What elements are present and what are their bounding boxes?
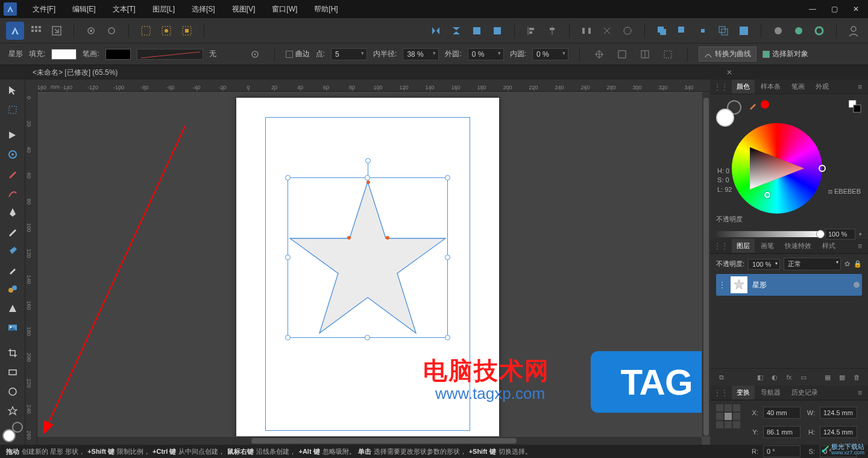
layer-adj-icon[interactable]: ◐: [769, 372, 780, 382]
sat-light-handle[interactable]: [764, 192, 770, 198]
inner-circle-dropdown[interactable]: 0 %: [532, 48, 568, 60]
brush-tool-icon[interactable]: [4, 185, 22, 202]
vertical-scrollbar[interactable]: [702, 92, 710, 436]
ruler-horizontal[interactable]: mm -180-160-140-120-100-80-60-40-2002040…: [37, 80, 710, 92]
tab-color[interactable]: 颜色: [732, 80, 755, 94]
crop-tool-icon[interactable]: [4, 345, 22, 361]
ruler-corner[interactable]: [25, 80, 37, 92]
vertical-scrollbar-thumb[interactable]: [703, 98, 709, 436]
select-new-checkbox[interactable]: 选择新对象: [763, 49, 808, 59]
paint-tool-icon[interactable]: [4, 243, 22, 259]
selection-handle-e[interactable]: [445, 255, 450, 260]
menu-layer[interactable]: 图层[L]: [144, 1, 183, 18]
boolean-div-icon[interactable]: [735, 22, 752, 39]
layer-fx-icon[interactable]: fx: [784, 372, 794, 382]
opacity-slider-handle[interactable]: [816, 230, 825, 238]
tab-history[interactable]: 历史记录: [787, 386, 823, 399]
selection-handle-n[interactable]: [365, 175, 370, 180]
fill-swatch[interactable]: [51, 49, 77, 60]
gear-icon[interactable]: [83, 22, 99, 39]
selection-handle-w[interactable]: [285, 255, 291, 260]
pen-tool-icon[interactable]: [4, 204, 22, 221]
selection-handle-sw[interactable]: [285, 335, 291, 340]
tab-brushes[interactable]: 画笔: [756, 239, 779, 253]
place-tool-icon[interactable]: [4, 319, 22, 336]
flip-h-icon[interactable]: [427, 22, 444, 39]
document-tab-close-icon[interactable]: ✕: [726, 68, 732, 77]
gear2-icon[interactable]: [103, 22, 120, 39]
menu-edit[interactable]: 编辑[E]: [64, 1, 104, 18]
hue-handle[interactable]: [819, 165, 826, 172]
star-node-top[interactable]: [366, 180, 370, 184]
horizontal-scrollbar[interactable]: [37, 437, 702, 445]
boolean-add-icon[interactable]: [653, 22, 670, 39]
points-dropdown[interactable]: 5: [331, 48, 367, 60]
anchor-selector[interactable]: [716, 404, 740, 428]
star-node-inner-left[interactable]: [347, 236, 351, 240]
grid-icon[interactable]: [28, 22, 45, 39]
align-center-icon[interactable]: [544, 22, 561, 39]
layer-lock-icon[interactable]: 🔒: [854, 260, 862, 268]
transform-y-input[interactable]: [763, 426, 800, 438]
layer-folder-icon[interactable]: ▭: [798, 372, 809, 382]
layer-add-icon[interactable]: ▦: [822, 372, 833, 382]
tab-transform[interactable]: 变换: [732, 386, 755, 399]
flip-v-icon[interactable]: [448, 22, 465, 39]
snap-icon[interactable]: [599, 22, 615, 39]
account-icon[interactable]: [845, 22, 862, 39]
move-tool-icon[interactable]: [4, 82, 22, 99]
transform-w-input[interactable]: [820, 407, 857, 419]
snap-bounds-icon[interactable]: [614, 46, 631, 63]
snap-origin-icon[interactable]: [591, 46, 608, 63]
hsl-triangle[interactable]: [744, 135, 810, 202]
maximize-button[interactable]: ▢: [826, 2, 843, 16]
document-tab[interactable]: <未命名> [已修改] (65.5%): [27, 65, 124, 80]
layer-visibility-icon[interactable]: [854, 282, 860, 288]
fill-tool-icon[interactable]: [4, 281, 22, 298]
snap-key-icon[interactable]: [637, 46, 653, 63]
transform-x-input[interactable]: [763, 407, 800, 419]
ellipse-tool-icon[interactable]: [4, 383, 22, 400]
tab-styles[interactable]: 样式: [817, 239, 840, 253]
layer-mask-icon[interactable]: ◧: [755, 372, 766, 382]
blend-mode-dropdown[interactable]: 正常: [784, 258, 841, 270]
selection-handle-ne[interactable]: [445, 175, 450, 180]
color-swatch-circles[interactable]: [716, 100, 743, 127]
transform-panel-menu-icon[interactable]: ≡: [855, 387, 864, 398]
outer-circle-dropdown[interactable]: 0 %: [468, 48, 504, 60]
menu-file[interactable]: 文件[F]: [24, 1, 64, 18]
hex-value[interactable]: ⧈ EBEBEB: [828, 188, 861, 196]
transparency-tool-icon[interactable]: [4, 300, 22, 317]
eyedropper-tool-icon[interactable]: [4, 262, 22, 279]
minimize-button[interactable]: —: [804, 2, 821, 16]
rectangle-tool-icon[interactable]: [4, 364, 22, 381]
selection-handle-s[interactable]: [365, 335, 370, 340]
selection-handle-se[interactable]: [445, 335, 450, 340]
app-icon[interactable]: [6, 22, 24, 40]
layer-copy-icon[interactable]: ⧉: [716, 372, 727, 382]
horizontal-scrollbar-thumb[interactable]: [251, 438, 517, 444]
default-swatches[interactable]: [849, 100, 862, 113]
layer-trash-icon[interactable]: 🗑: [851, 372, 862, 382]
node-tool-icon[interactable]: [4, 127, 22, 144]
tab-effects[interactable]: 快速特效: [780, 239, 816, 253]
export-icon[interactable]: [48, 22, 65, 39]
marquee3-icon[interactable]: [178, 22, 195, 39]
layers-panel-menu-icon[interactable]: ≡: [855, 241, 864, 252]
boolean-sub-icon[interactable]: [674, 22, 691, 39]
star-node-inner-right[interactable]: [386, 236, 389, 240]
tab-swatches[interactable]: 样本条: [756, 80, 785, 94]
color-selector[interactable]: [2, 422, 23, 442]
menu-window[interactable]: 窗口[W]: [263, 1, 306, 18]
insert3-icon[interactable]: [811, 22, 828, 39]
layer-settings-icon[interactable]: ✿: [844, 260, 850, 268]
fill-swatch-circle[interactable]: [716, 109, 734, 127]
opacity-input[interactable]: [825, 229, 855, 240]
tab-stroke[interactable]: 笔画: [787, 80, 810, 94]
convert-to-curve-button[interactable]: 转换为曲线: [699, 46, 756, 62]
distribute-icon[interactable]: [578, 22, 595, 39]
color-panel-menu-icon[interactable]: ≡: [855, 81, 864, 92]
artboard-tool-icon[interactable]: [4, 101, 22, 118]
fill-color-icon[interactable]: [2, 429, 16, 442]
selection-handle-nw[interactable]: [285, 175, 291, 180]
